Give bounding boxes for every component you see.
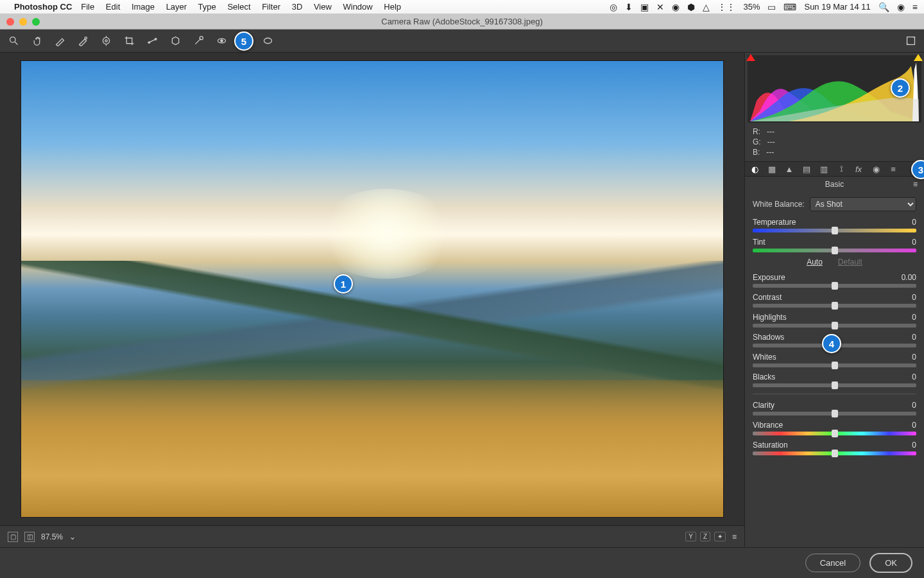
target-adjustment-tool[interactable]: [100, 35, 112, 47]
thumb-saturation[interactable]: [832, 450, 838, 457]
panel-title-row: Basic ≡: [745, 177, 924, 192]
fullscreen-toggle-icon[interactable]: [905, 35, 916, 47]
thumb-blacks[interactable]: [832, 381, 838, 389]
drive-icon[interactable]: △: [703, 2, 710, 12]
tab-basic[interactable]: ◐: [749, 163, 760, 175]
slider-vibrance[interactable]: Vibrance0: [753, 421, 916, 435]
slider-contrast[interactable]: Contrast0: [753, 293, 916, 308]
single-view-icon[interactable]: ▢: [8, 532, 18, 542]
callout-4: 4: [822, 334, 841, 353]
white-balance-tool[interactable]: [54, 35, 65, 47]
menu-help[interactable]: Help: [384, 2, 401, 12]
tab-effects[interactable]: fx: [853, 163, 864, 175]
slider-temperature[interactable]: Temperature0: [753, 218, 916, 232]
slider-saturation[interactable]: Saturation0: [753, 441, 916, 455]
tab-calibration[interactable]: ◉: [870, 163, 882, 175]
menu-select[interactable]: Select: [227, 2, 250, 12]
straighten-tool[interactable]: [146, 35, 158, 47]
clock[interactable]: Sun 19 Mar 14 11: [804, 2, 870, 12]
thumb-vibrance[interactable]: [832, 430, 838, 437]
thumb-clarity[interactable]: [832, 410, 838, 417]
dialog-footer: Cancel OK: [0, 547, 924, 578]
app-name[interactable]: Photoshop CC: [14, 2, 72, 12]
tab-tone-curve[interactable]: ▦: [766, 163, 778, 175]
tool-strip: 5: [0, 30, 924, 53]
spot-removal-tool[interactable]: [193, 35, 204, 47]
transform-tool[interactable]: [169, 35, 181, 47]
wifi-icon[interactable]: ⋮⋮: [717, 2, 735, 12]
zoom-level[interactable]: 87.5%: [41, 532, 63, 541]
slider-shadows[interactable]: Shadows0 4: [753, 333, 916, 347]
thumb-highlights[interactable]: [832, 322, 838, 329]
slider-tint[interactable]: Tint0: [753, 238, 916, 252]
image-preview[interactable]: [21, 60, 724, 518]
slider-blacks[interactable]: Blacks0: [753, 372, 916, 387]
menu-image[interactable]: Image: [132, 2, 155, 12]
clip-high-icon[interactable]: Z: [700, 532, 710, 541]
thumb-exposure[interactable]: [832, 282, 838, 290]
tab-presets[interactable]: ≡: [887, 163, 899, 175]
menu-filter[interactable]: Filter: [262, 2, 280, 12]
thumb-tint[interactable]: [832, 247, 838, 254]
clip-shadow-icon[interactable]: Y: [685, 532, 696, 541]
slider-exposure[interactable]: Exposure0.00: [753, 273, 916, 288]
maximize-window-button[interactable]: [32, 18, 40, 26]
menu-file[interactable]: File: [81, 2, 94, 12]
cancel-button[interactable]: Cancel: [805, 554, 860, 572]
histogram[interactable]: 2: [748, 55, 921, 123]
default-button[interactable]: Default: [838, 258, 862, 267]
menu-3d[interactable]: 3D: [292, 2, 303, 12]
zoom-dropdown-icon[interactable]: ⌄: [69, 532, 76, 541]
zoom-tool[interactable]: [8, 35, 19, 47]
menu-edit[interactable]: Edit: [106, 2, 120, 12]
thumb-temperature[interactable]: [832, 227, 838, 234]
slider-whites[interactable]: Whites0: [753, 353, 916, 367]
menu-items: File Edit Image Layer Type Select Filter…: [81, 2, 410, 12]
tab-lens[interactable]: ⟟: [835, 163, 847, 175]
spotlight-icon[interactable]: 🔍: [878, 2, 889, 12]
callout-5: 5: [234, 31, 253, 51]
crop-tool[interactable]: [123, 35, 135, 47]
minimize-window-button[interactable]: [19, 18, 27, 26]
mark-icon[interactable]: ✦: [714, 532, 726, 541]
tab-split-toning[interactable]: ▥: [818, 163, 830, 175]
ok-button[interactable]: OK: [869, 553, 912, 573]
app2-icon[interactable]: ✕: [656, 2, 664, 12]
svg-point-4: [105, 40, 107, 42]
radial-filter-tool[interactable]: [262, 35, 273, 47]
before-after-icon[interactable]: ◫: [24, 532, 35, 542]
r-label: R:: [753, 127, 760, 137]
thumb-whites[interactable]: [832, 362, 838, 369]
close-window-button[interactable]: [6, 18, 14, 26]
auto-button[interactable]: Auto: [807, 258, 823, 267]
canvas-area[interactable]: 1: [0, 53, 744, 525]
thumb-contrast[interactable]: [832, 302, 838, 310]
tab-hsl[interactable]: ▤: [801, 163, 812, 175]
tab-detail[interactable]: ▲: [783, 163, 795, 175]
panel-menu-icon[interactable]: ≡: [913, 180, 918, 189]
keyboard-icon[interactable]: ⌨: [783, 2, 796, 12]
menu-type[interactable]: Type: [198, 2, 216, 12]
panel-title: Basic: [825, 180, 844, 189]
camera-icon[interactable]: ◉: [672, 2, 680, 12]
dropbox-icon[interactable]: ⬇: [625, 2, 633, 12]
notifications-icon[interactable]: ≡: [912, 2, 918, 12]
siri-icon[interactable]: ◉: [897, 2, 905, 12]
menu-view[interactable]: View: [314, 2, 332, 12]
app1-icon[interactable]: ▣: [640, 2, 649, 12]
slider-clarity[interactable]: Clarity0: [753, 401, 916, 416]
menu-layer[interactable]: Layer: [166, 2, 187, 12]
battery-pct[interactable]: 35%: [743, 2, 760, 12]
svg-rect-16: [907, 37, 914, 45]
app3-icon[interactable]: ⬢: [687, 2, 695, 12]
prefs-icon[interactable]: ≡: [732, 532, 737, 541]
canvas-footer: ▢ ◫ 87.5% ⌄ Y Z ✦ ≡: [0, 525, 744, 547]
red-eye-tool[interactable]: [216, 35, 227, 47]
slider-highlights[interactable]: Highlights0: [753, 313, 916, 328]
menu-window[interactable]: Window: [343, 2, 372, 12]
wb-select[interactable]: As Shot: [810, 197, 916, 211]
color-sampler-tool[interactable]: [77, 35, 89, 47]
hand-tool[interactable]: [31, 35, 42, 47]
battery-icon[interactable]: ▭: [767, 2, 776, 12]
cc-icon[interactable]: ◎: [610, 2, 617, 12]
